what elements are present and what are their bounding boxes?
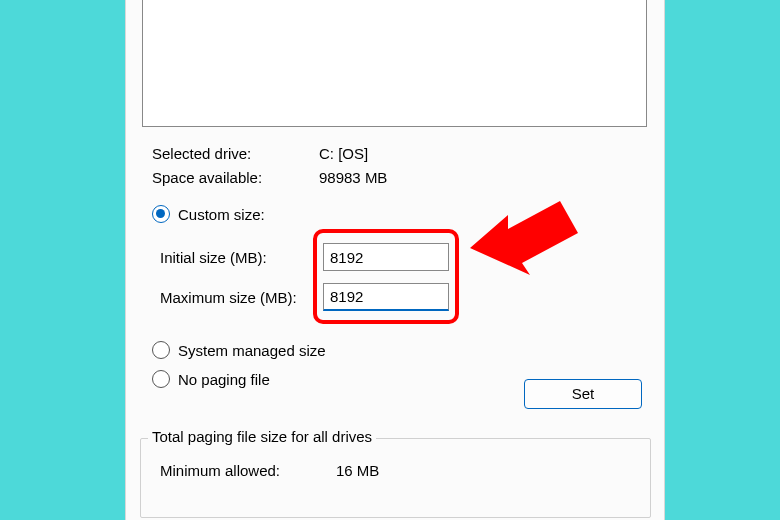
no-paging-radio[interactable]	[152, 370, 170, 388]
total-paging-title: Total paging file size for all drives	[148, 428, 376, 445]
selected-drive-label: Selected drive:	[152, 142, 319, 166]
system-managed-radio-row[interactable]: System managed size	[152, 341, 326, 359]
custom-size-radio[interactable]	[152, 205, 170, 223]
custom-size-radio-row[interactable]: Custom size:	[152, 205, 652, 223]
no-paging-label: No paging file	[178, 371, 270, 388]
custom-size-inputs: Initial size (MB): Maximum size (MB):	[160, 237, 480, 317]
minimum-allowed-row: Minimum allowed: 16 MB	[160, 462, 379, 479]
selected-drive-value: C: [OS]	[319, 142, 368, 166]
drive-list[interactable]: D: [DATA] None	[142, 0, 647, 127]
minimum-allowed-label: Minimum allowed:	[160, 462, 336, 479]
maximum-size-label: Maximum size (MB):	[160, 289, 323, 306]
space-available-label: Space available:	[152, 166, 319, 190]
size-mode-radios: Custom size:	[152, 205, 652, 229]
custom-size-label: Custom size:	[178, 206, 265, 223]
maximum-size-input[interactable]	[323, 283, 449, 311]
minimum-allowed-value: 16 MB	[336, 462, 379, 479]
system-managed-radio[interactable]	[152, 341, 170, 359]
system-managed-label: System managed size	[178, 342, 326, 359]
space-available-value: 98983 MB	[319, 166, 387, 190]
initial-size-label: Initial size (MB):	[160, 249, 323, 266]
set-button[interactable]: Set	[524, 379, 642, 409]
size-mode-radios-2: System managed size No paging file	[152, 341, 326, 399]
no-paging-radio-row[interactable]: No paging file	[152, 370, 326, 388]
initial-size-input[interactable]	[323, 243, 449, 271]
drive-info: Selected drive: C: [OS] Space available:…	[152, 142, 632, 190]
